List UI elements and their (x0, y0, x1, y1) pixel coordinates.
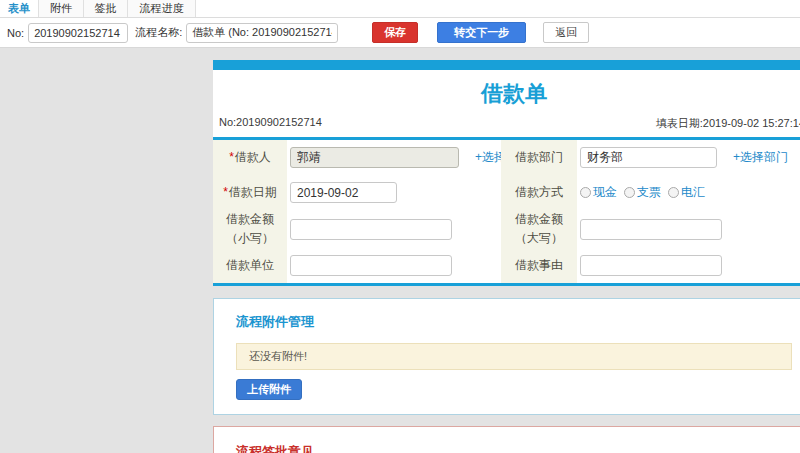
amount-lower-label: 借款金额（小写） (213, 210, 287, 248)
loan-unit-label: 借款单位 (213, 248, 287, 283)
process-name-label: 流程名称: (135, 25, 182, 40)
loan-unit-cell (287, 248, 501, 283)
no-label: No: (7, 27, 24, 39)
save-button[interactable]: 保存 (372, 22, 418, 43)
tab-form[interactable]: 表单 (0, 0, 39, 17)
form-grid: *借款人 +选择人员 借款部门 +选择部门 *借款日期 (213, 140, 800, 283)
loan-method-cell: 现金 支票 电汇 (577, 175, 800, 210)
amount-upper-cell (577, 210, 800, 248)
form-header-bar (213, 60, 800, 70)
amount-lower-input[interactable] (290, 219, 452, 240)
no-input[interactable] (28, 23, 128, 43)
form-no-text: No:20190902152714 (219, 116, 322, 131)
loan-reason-cell (577, 248, 800, 283)
borrower-input[interactable] (290, 147, 459, 168)
next-step-button[interactable]: 转交下一步 (437, 22, 526, 43)
loan-date-cell (287, 175, 501, 210)
tab-attachment[interactable]: 附件 (39, 0, 84, 17)
loan-date-input[interactable] (290, 182, 397, 203)
radio-circle-icon[interactable] (580, 187, 591, 198)
required-mark: * (229, 150, 234, 164)
loan-date-label: *借款日期 (213, 175, 287, 210)
approval-title: 流程签批意见 (236, 443, 792, 453)
amount-upper-input[interactable] (580, 219, 722, 240)
tab-approval[interactable]: 签批 (84, 0, 128, 17)
tab-progress[interactable]: 流程进度 (128, 0, 196, 17)
loan-unit-input[interactable] (290, 255, 452, 276)
borrower-label: *借款人 (213, 140, 287, 175)
form-date-text: 填表日期:2019-09-02 15:27:14 (656, 116, 800, 131)
loan-reason-label: 借款事由 (501, 248, 577, 283)
action-toolbar: No: 流程名称: 保存 转交下一步 返回 (0, 18, 800, 48)
app-window: 表单 附件 签批 流程进度 No: 流程名称: 保存 转交下一步 返回 借款单 … (0, 0, 800, 453)
no-attachments-alert: 还没有附件! (236, 343, 792, 370)
department-cell: +选择部门 (577, 140, 800, 175)
required-mark: * (223, 185, 228, 199)
main-content: 借款单 No:20190902152714 填表日期:2019-09-02 15… (213, 60, 800, 453)
form-divider-bottom (213, 283, 800, 286)
process-name-input[interactable] (186, 23, 338, 43)
radio-cash[interactable]: 现金 (580, 184, 617, 201)
borrower-cell: +选择人员 (287, 140, 501, 175)
select-department-link[interactable]: +选择部门 (733, 149, 788, 166)
amount-upper-label: 借款金额（大写） (501, 210, 577, 248)
form-title: 借款单 (213, 70, 800, 114)
attachments-panel: 流程附件管理 还没有附件! 上传附件 (213, 298, 800, 415)
loan-method-label: 借款方式 (501, 175, 577, 210)
department-input[interactable] (580, 147, 717, 168)
upload-attachment-button[interactable]: 上传附件 (236, 379, 302, 400)
loan-reason-input[interactable] (580, 255, 722, 276)
radio-wire[interactable]: 电汇 (668, 184, 705, 201)
back-button[interactable]: 返回 (543, 22, 589, 43)
attachments-title: 流程附件管理 (236, 313, 792, 331)
loan-form-panel: 借款单 No:20190902152714 填表日期:2019-09-02 15… (213, 60, 800, 286)
amount-lower-cell (287, 210, 501, 248)
radio-circle-icon[interactable] (668, 187, 679, 198)
radio-circle-icon[interactable] (624, 187, 635, 198)
department-label: 借款部门 (501, 140, 577, 175)
radio-cheque[interactable]: 支票 (624, 184, 661, 201)
tab-strip: 表单 附件 签批 流程进度 (0, 0, 800, 18)
approval-panel: 流程签批意见 B I abc ⚑ (213, 426, 800, 453)
form-meta: No:20190902152714 填表日期:2019-09-02 15:27:… (213, 114, 800, 137)
